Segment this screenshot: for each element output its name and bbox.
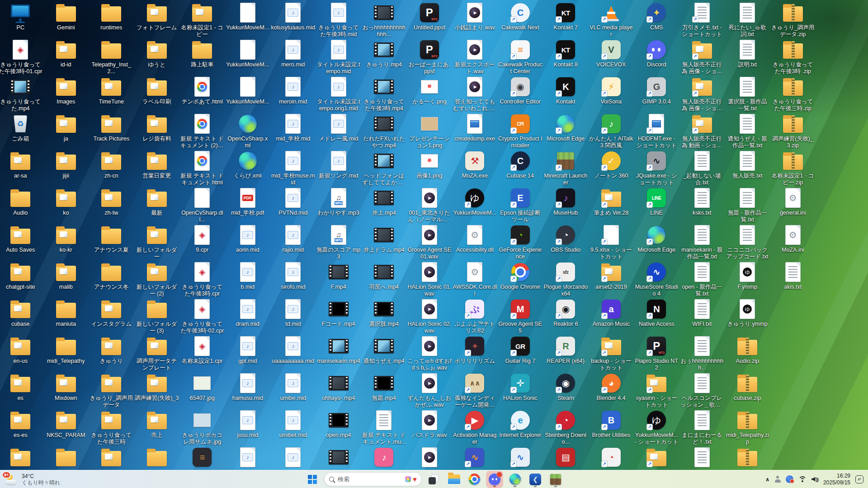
desktop-icon[interactable]: きゅうり.mp4 [361, 38, 407, 75]
desktop-icon[interactable]: ↗筆まめ Ver.28 [589, 186, 634, 223]
desktop-icon[interactable]: ◔↗GeForce Experience [498, 223, 543, 260]
desktop-icon[interactable]: LINE↗LINE [634, 186, 679, 223]
desktop-icon[interactable]: ▶001_東北きりたん（ノーマル）_今じゃ... [407, 186, 453, 223]
desktop-icon[interactable]: おっhhhhhhhhhhhhh... [361, 1, 407, 38]
desktop-icon[interactable]: ksks.txt [679, 186, 725, 223]
desktop-icon[interactable]: OpenCvSharp.xml [225, 112, 271, 149]
desktop-icon[interactable]: ◈きゅうり食ってた午後3時.cpr [179, 260, 225, 297]
desktop-icon[interactable]: PNT2Untitled.ppsf [407, 1, 453, 38]
desktop-icon[interactable]: ♪aorin.mid [225, 223, 271, 260]
desktop-icon[interactable]: ♪umibe.mid [270, 371, 316, 408]
desktop-icon[interactable]: ゆうと [134, 38, 180, 75]
desktop-icon[interactable]: ⚡↗VoiSona [589, 75, 634, 112]
desktop-icon[interactable]: KT↗Kontakt 7 [543, 1, 589, 38]
desktop-icon[interactable]: 新規 テキスト ドキュメント.html [179, 149, 225, 186]
desktop-icon[interactable]: cubase [0, 297, 43, 334]
desktop-icon[interactable]: ♪gpt.mid [225, 334, 271, 371]
desktop-icon[interactable]: ♪sirofo.mid [270, 260, 316, 297]
desktop-icon[interactable]: ≡ [179, 446, 225, 470]
desktop-icon[interactable]: createdump.exe [452, 112, 498, 149]
desktop-icon[interactable]: ♪umibet.mid [270, 408, 316, 446]
desktop-icon[interactable]: ja [43, 112, 89, 149]
minecraft-button[interactable] [547, 471, 564, 488]
desktop-icon[interactable]: ◔↗Steinberg Downlo... [543, 408, 589, 446]
desktop-icon[interactable]: ◉↗Controller Editor [498, 75, 543, 112]
desktop-icon[interactable]: 無題.mp4 [361, 371, 407, 408]
desktop-icon[interactable]: ♪mid_学校.mid [270, 112, 316, 149]
search-box[interactable]: ♥ [324, 472, 422, 486]
desktop-icon[interactable]: ◕↗Blender 4.4 [589, 371, 634, 408]
desktop-icon[interactable]: N↗Native Access [634, 297, 679, 334]
desktop-icon[interactable]: id-id [43, 38, 89, 75]
desktop-icon[interactable]: manisekarin - 親作品一覧.txt [679, 223, 725, 260]
desktop-icon[interactable]: ▶HALion Sonic 02.wav [407, 297, 453, 334]
desktop-icon[interactable]: 通知うぜえ - 親作品一覧.txt [725, 112, 770, 149]
desktop-icon[interactable]: ↗ [634, 446, 679, 470]
desktop-icon[interactable]: PDFmid_学校.pdf [225, 186, 271, 223]
desktop-icon[interactable]: Audio [0, 186, 43, 223]
desktop-icon[interactable]: ▶HALion Sonic 01.wav [407, 260, 453, 297]
desktop-icon[interactable]: ♪kotusytuaaus.mid [270, 1, 316, 38]
desktop-icon[interactable] [134, 446, 180, 470]
desktop-icon[interactable]: ↗HDDFMT.exe - ショートカット [634, 112, 679, 149]
desktop-icon[interactable]: ゆ↗YukkuriMovieM... - ショートカット [634, 408, 679, 446]
desktop-icon[interactable]: C↗Cubase 14 [498, 149, 543, 186]
desktop-icon[interactable]: ♫MP3わかりやす.mp3 [316, 186, 362, 223]
desktop-icon[interactable]: ↗万引きメモ.txt - ショートカット [679, 1, 725, 38]
desktop-icon[interactable]: ♪↗かんたん！AITalk 3 関西風 [589, 112, 634, 149]
desktop-icon[interactable]: 選択肢.mp4 [361, 297, 407, 334]
desktop-icon[interactable]: 新しいフォルダー (3) [134, 297, 180, 334]
desktop-icon[interactable]: ヘルスコンプレッション＿歌詞.txt [679, 371, 725, 408]
desktop-icon[interactable]: ↗syasinn - ショートカット [634, 371, 679, 408]
desktop-icon[interactable]: ✛↗HALion Sonic [498, 371, 543, 408]
desktop-icon[interactable]: R↗REAPER (x64) [543, 334, 589, 371]
desktop-icon[interactable]: ↗VLC media player [589, 1, 634, 38]
search-input[interactable] [338, 476, 401, 483]
desktop-icon[interactable]: ♪ [225, 446, 271, 470]
desktop-icon[interactable]: ↗無人販売不正行為 画像 - ショートカッ... [679, 38, 725, 75]
desktop-icon[interactable]: ♫MP3無題のスコア.mp3 [316, 223, 362, 260]
desktop-icon[interactable]: ♪dram.mid [225, 297, 271, 334]
desktop-icon[interactable]: YukkuriMovieM... [225, 1, 271, 38]
desktop-icon[interactable]: midi_Telepathy.zip [725, 408, 770, 446]
desktop-icon[interactable]: きゅうり食ってた.mp4 [0, 75, 43, 112]
desktop-icon[interactable]: ↗9.5.xlsx - ショートカット [589, 223, 634, 260]
tray-app-icon[interactable] [775, 476, 781, 483]
desktop-icon[interactable]: PNT2↗Piapro Studio NT2 [634, 334, 679, 371]
desktop-icon[interactable]: ♪タイトル未設定.tempo.orig1.mid [316, 75, 362, 112]
desktop-icon[interactable]: ◈名称未設定1.cpr [179, 334, 225, 371]
desktop-icon[interactable]: maniuta [43, 297, 89, 334]
desktop-icon[interactable]: ♪↗MuseHub [543, 186, 589, 223]
desktop-icon[interactable]: Gemini [43, 1, 89, 38]
desktop-icon[interactable]: 65407.jpg [179, 371, 225, 408]
desktop-icon[interactable]: 通知うぜえ.mp4 [361, 334, 407, 371]
desktop-icon[interactable]: 新規 テキスト ドキュメント.musicxml [361, 408, 407, 446]
desktop-icon[interactable]: 新しいフォルダー [134, 223, 180, 260]
desktop-icon[interactable]: きゅうりボカコレ用サムネ.jpg [179, 408, 225, 446]
desktop-icon[interactable]: かるーく.png [407, 75, 453, 112]
weather-widget[interactable]: 9+ 34°C くもり時々晴れ [1, 470, 64, 488]
desktop-icon[interactable]: ▶こってゅh dすおf d s bふぉ.wav [407, 334, 453, 371]
desktop-icon[interactable]: おぅhhhhhhhhhhh... [679, 334, 725, 371]
desktop-icon[interactable]: open - 親作品一覧.txt [679, 260, 725, 297]
desktop-icon[interactable] [0, 446, 43, 470]
desktop-icon[interactable]: sfz↗Plogue sforzando x64 [543, 260, 589, 297]
desktop-icon[interactable]: ♪hamusu.mid [225, 371, 271, 408]
desktop-icon[interactable]: テンポあて.html [179, 75, 225, 112]
desktop-icon[interactable]: ◈きゅうり食ってた午後3時-02.cpr [179, 297, 225, 334]
desktop-icon[interactable]: ∿↗MuseScore Studio 4 [634, 260, 679, 297]
desktop-icon[interactable]: Fコード.mp4 [316, 297, 362, 334]
desktop-icon[interactable]: ◉↗Steam [543, 371, 589, 408]
desktop-icon[interactable]: ♪td.mid [270, 297, 316, 334]
desktop-icon[interactable]: ∿↗ [498, 446, 543, 470]
desktop-icon[interactable]: ko [43, 186, 89, 223]
desktop-icon[interactable]: ↗無人販売不正行為 動画 - ショートカット [679, 112, 725, 149]
desktop-icon[interactable]: K↗Kontakt [543, 75, 589, 112]
hidden-icons-chevron[interactable]: ∧ [765, 476, 770, 483]
desktop-icon[interactable]: ♪b.mid [225, 260, 271, 297]
notification-bell-icon[interactable]: zz [855, 475, 863, 483]
tray-app-badge-icon[interactable] [786, 475, 793, 483]
desktop-icon[interactable]: ∧∧↗孤独なインディーゲーム開発者の一生 ... [452, 371, 498, 408]
clock[interactable]: 16:29 2025/09/15 [823, 473, 850, 486]
desktop-icon[interactable]: ar-sa [0, 149, 43, 186]
